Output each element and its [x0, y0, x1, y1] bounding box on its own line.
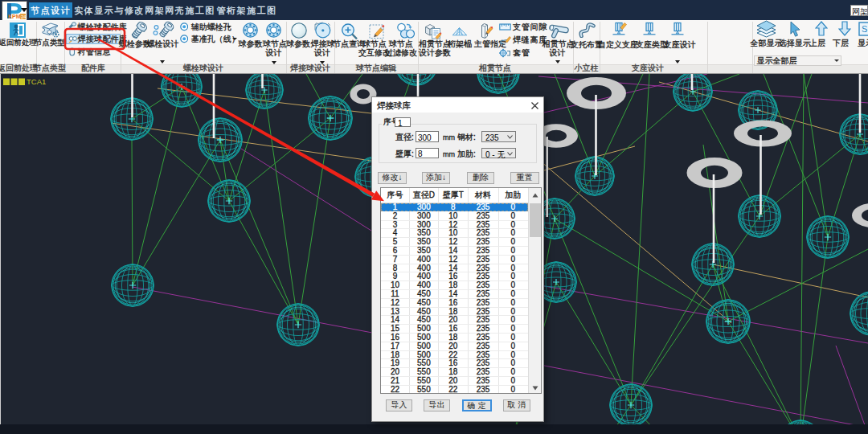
svg-text:TCA1: TCA1: [27, 78, 46, 86]
svg-text:S: S: [862, 24, 867, 34]
svg-text:KPM: KPM: [8, 14, 21, 19]
svg-text:24: 24: [21, 14, 27, 19]
